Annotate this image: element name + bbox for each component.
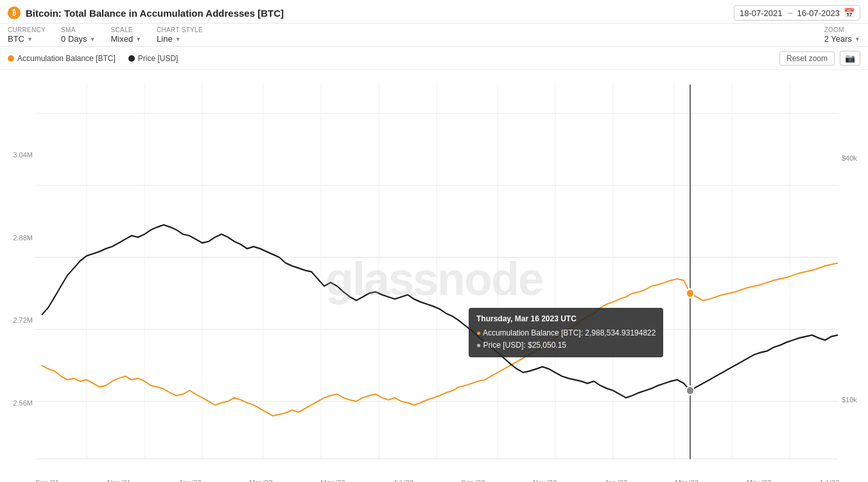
legend-item-accumulation: Accumulation Balance [BTC] <box>8 54 116 63</box>
legend-dot-accumulation <box>8 55 14 62</box>
chart-style-dropdown[interactable]: Line ▼ <box>157 34 203 44</box>
btc-symbol: ₿ <box>12 9 16 17</box>
scale-dropdown[interactable]: Mixed ▼ <box>110 34 141 44</box>
y-axis-left: 3.04M 2.88M 2.72M 2.56M <box>0 70 35 482</box>
btc-icon: ₿ <box>8 6 21 19</box>
sma-caret: ▼ <box>90 36 96 42</box>
scale-label: Scale <box>110 26 141 33</box>
scale-value: Mixed <box>110 34 133 44</box>
x-label-3: Mar '22 <box>249 479 272 482</box>
price-line <box>42 225 838 398</box>
chart-style-value: Line <box>157 34 173 44</box>
legend-label-price: Price [USD] <box>138 54 178 63</box>
x-label-11: Jul '23 <box>819 479 839 482</box>
scale-control: Scale Mixed ▼ <box>110 26 141 44</box>
y-axis-right: $40k $10k <box>839 70 868 482</box>
x-label-4: May '22 <box>320 479 345 482</box>
date-from: 18-07-2021 <box>740 8 783 18</box>
y-label-3: 2.72M <box>3 316 33 324</box>
zoom-label: Zoom <box>824 26 860 33</box>
zoom-dropdown[interactable]: 2 Years ▼ <box>824 34 860 44</box>
x-label-6: Sep '22 <box>461 479 485 482</box>
x-label-2: Jan '22 <box>178 479 201 482</box>
scale-caret: ▼ <box>135 36 141 42</box>
currency-caret: ▼ <box>27 36 33 42</box>
y-label-1: 3.04M <box>3 151 33 159</box>
page-header: ₿ Bitcoin: Total Balance in Accumulation… <box>0 0 868 24</box>
currency-dropdown[interactable]: BTC ▼ <box>8 34 46 44</box>
chart-style-label: Chart Style <box>157 26 203 33</box>
screenshot-button[interactable]: 📷 <box>840 51 860 66</box>
y-right-label-2: $40k <box>842 154 865 162</box>
legend-right: Reset zoom 📷 <box>779 51 860 66</box>
x-label-8: Jan '23 <box>605 479 627 482</box>
x-label-9: Mar '23 <box>675 479 699 482</box>
chart-container: 3.04M 2.88M 2.72M 2.56M $40k $10k <box>0 70 868 482</box>
sma-dropdown[interactable]: 0 Days ▼ <box>61 34 95 44</box>
y-label-2: 2.88M <box>3 234 33 242</box>
currency-label: Currency <box>8 26 46 33</box>
currency-value: BTC <box>8 34 24 44</box>
x-label-10: May '23 <box>747 479 771 482</box>
calendar-icon[interactable]: 📅 <box>844 8 855 18</box>
legend-item-price: Price [USD] <box>128 54 178 63</box>
zoom-value: 2 Years <box>824 34 852 44</box>
reset-zoom-button[interactable]: Reset zoom <box>779 51 835 66</box>
date-to: 16-07-2023 <box>797 8 840 18</box>
zoom-caret: ▼ <box>855 36 860 42</box>
chart-svg <box>0 70 868 482</box>
x-label-7: Nov '22 <box>533 479 557 482</box>
legend-bar: Accumulation Balance [BTC] Price [USD] R… <box>0 47 868 70</box>
sma-value: 0 Days <box>61 34 87 44</box>
tooltip-marker-accumulation <box>686 289 694 298</box>
controls-bar: Currency BTC ▼ SMA 0 Days ▼ Scale Mixed … <box>0 24 868 47</box>
legend-label-accumulation: Accumulation Balance [BTC] <box>17 54 116 63</box>
sma-control: SMA 0 Days ▼ <box>61 26 95 44</box>
x-axis: Sep '21 Nov '21 Jan '22 Mar '22 May '22 … <box>35 478 839 482</box>
date-range-area[interactable]: 18-07-2021 → 16-07-2023 📅 <box>734 5 860 21</box>
title-area: ₿ Bitcoin: Total Balance in Accumulation… <box>8 6 284 19</box>
x-label-5: Jul '22 <box>393 479 413 482</box>
date-range-picker[interactable]: 18-07-2021 → 16-07-2023 📅 <box>734 5 860 21</box>
chart-title: Bitcoin: Total Balance in Accumulation A… <box>26 8 284 19</box>
chart-style-caret: ▼ <box>175 36 181 42</box>
legend-dot-price <box>128 55 135 62</box>
sma-label: SMA <box>61 26 95 33</box>
y-label-4: 2.56M <box>3 399 33 407</box>
x-label-1: Nov '21 <box>107 479 131 482</box>
chart-style-control: Chart Style Line ▼ <box>157 26 203 44</box>
currency-control: Currency BTC ▼ <box>8 26 46 44</box>
date-arrow: → <box>786 9 794 17</box>
y-right-label-5: $10k <box>842 396 865 404</box>
zoom-control: Zoom 2 Years ▼ <box>824 26 860 44</box>
x-label-0: Sep '21 <box>35 479 59 482</box>
accumulation-line <box>42 263 838 416</box>
tooltip-marker-price <box>686 386 694 395</box>
legend-items: Accumulation Balance [BTC] Price [USD] <box>8 54 178 63</box>
